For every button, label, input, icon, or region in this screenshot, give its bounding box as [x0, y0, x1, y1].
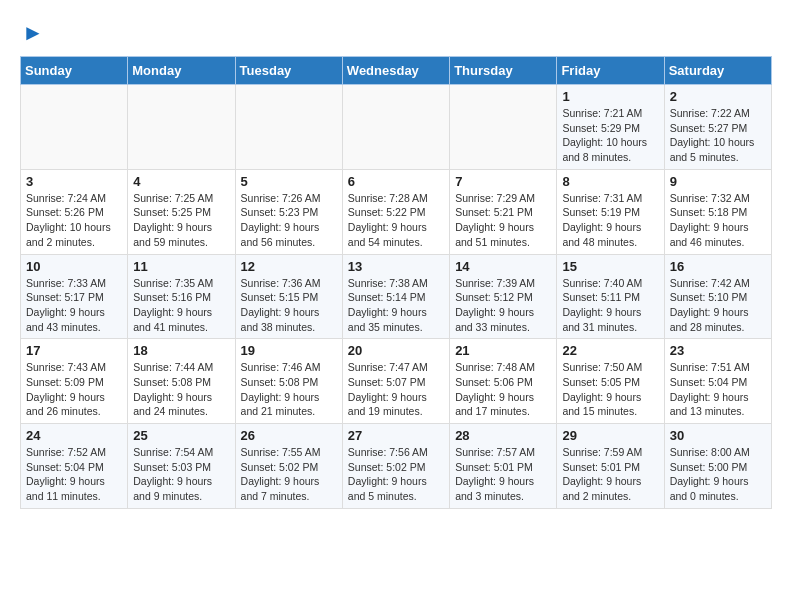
day-number: 5: [241, 174, 337, 189]
day-cell: 13Sunrise: 7:38 AM Sunset: 5:14 PM Dayli…: [342, 254, 449, 339]
day-info: Sunrise: 7:51 AM Sunset: 5:04 PM Dayligh…: [670, 360, 766, 419]
logo: ►: [20, 20, 44, 46]
day-cell: 18Sunrise: 7:44 AM Sunset: 5:08 PM Dayli…: [128, 339, 235, 424]
day-number: 21: [455, 343, 551, 358]
day-number: 13: [348, 259, 444, 274]
day-number: 25: [133, 428, 229, 443]
day-cell: 23Sunrise: 7:51 AM Sunset: 5:04 PM Dayli…: [664, 339, 771, 424]
day-number: 9: [670, 174, 766, 189]
day-number: 24: [26, 428, 122, 443]
week-row-1: 1Sunrise: 7:21 AM Sunset: 5:29 PM Daylig…: [21, 85, 772, 170]
day-info: Sunrise: 7:24 AM Sunset: 5:26 PM Dayligh…: [26, 191, 122, 250]
day-cell: 10Sunrise: 7:33 AM Sunset: 5:17 PM Dayli…: [21, 254, 128, 339]
day-number: 27: [348, 428, 444, 443]
day-header-thursday: Thursday: [450, 57, 557, 85]
day-cell: 1Sunrise: 7:21 AM Sunset: 5:29 PM Daylig…: [557, 85, 664, 170]
day-number: 30: [670, 428, 766, 443]
week-row-2: 3Sunrise: 7:24 AM Sunset: 5:26 PM Daylig…: [21, 169, 772, 254]
calendar-table: SundayMondayTuesdayWednesdayThursdayFrid…: [20, 56, 772, 509]
day-info: Sunrise: 7:33 AM Sunset: 5:17 PM Dayligh…: [26, 276, 122, 335]
day-header-wednesday: Wednesday: [342, 57, 449, 85]
day-info: Sunrise: 7:57 AM Sunset: 5:01 PM Dayligh…: [455, 445, 551, 504]
day-cell: 4Sunrise: 7:25 AM Sunset: 5:25 PM Daylig…: [128, 169, 235, 254]
day-cell: 3Sunrise: 7:24 AM Sunset: 5:26 PM Daylig…: [21, 169, 128, 254]
day-cell: 30Sunrise: 8:00 AM Sunset: 5:00 PM Dayli…: [664, 424, 771, 509]
day-cell: 16Sunrise: 7:42 AM Sunset: 5:10 PM Dayli…: [664, 254, 771, 339]
day-info: Sunrise: 7:59 AM Sunset: 5:01 PM Dayligh…: [562, 445, 658, 504]
day-cell: 8Sunrise: 7:31 AM Sunset: 5:19 PM Daylig…: [557, 169, 664, 254]
day-info: Sunrise: 7:36 AM Sunset: 5:15 PM Dayligh…: [241, 276, 337, 335]
week-row-5: 24Sunrise: 7:52 AM Sunset: 5:04 PM Dayli…: [21, 424, 772, 509]
day-cell: 27Sunrise: 7:56 AM Sunset: 5:02 PM Dayli…: [342, 424, 449, 509]
day-cell: 24Sunrise: 7:52 AM Sunset: 5:04 PM Dayli…: [21, 424, 128, 509]
day-cell: 19Sunrise: 7:46 AM Sunset: 5:08 PM Dayli…: [235, 339, 342, 424]
day-cell: 14Sunrise: 7:39 AM Sunset: 5:12 PM Dayli…: [450, 254, 557, 339]
day-cell: [21, 85, 128, 170]
day-cell: [342, 85, 449, 170]
day-header-saturday: Saturday: [664, 57, 771, 85]
week-row-3: 10Sunrise: 7:33 AM Sunset: 5:17 PM Dayli…: [21, 254, 772, 339]
header-row: SundayMondayTuesdayWednesdayThursdayFrid…: [21, 57, 772, 85]
page-header: ►: [20, 20, 772, 46]
day-info: Sunrise: 7:38 AM Sunset: 5:14 PM Dayligh…: [348, 276, 444, 335]
week-row-4: 17Sunrise: 7:43 AM Sunset: 5:09 PM Dayli…: [21, 339, 772, 424]
day-info: Sunrise: 7:46 AM Sunset: 5:08 PM Dayligh…: [241, 360, 337, 419]
day-number: 10: [26, 259, 122, 274]
day-cell: 2Sunrise: 7:22 AM Sunset: 5:27 PM Daylig…: [664, 85, 771, 170]
day-info: Sunrise: 7:40 AM Sunset: 5:11 PM Dayligh…: [562, 276, 658, 335]
day-cell: 26Sunrise: 7:55 AM Sunset: 5:02 PM Dayli…: [235, 424, 342, 509]
day-number: 22: [562, 343, 658, 358]
day-info: Sunrise: 7:54 AM Sunset: 5:03 PM Dayligh…: [133, 445, 229, 504]
day-cell: [450, 85, 557, 170]
day-header-friday: Friday: [557, 57, 664, 85]
day-info: Sunrise: 8:00 AM Sunset: 5:00 PM Dayligh…: [670, 445, 766, 504]
day-number: 23: [670, 343, 766, 358]
day-info: Sunrise: 7:35 AM Sunset: 5:16 PM Dayligh…: [133, 276, 229, 335]
day-info: Sunrise: 7:25 AM Sunset: 5:25 PM Dayligh…: [133, 191, 229, 250]
logo-bird-icon: ►: [22, 20, 44, 46]
day-cell: 28Sunrise: 7:57 AM Sunset: 5:01 PM Dayli…: [450, 424, 557, 509]
day-cell: [128, 85, 235, 170]
day-number: 7: [455, 174, 551, 189]
day-number: 6: [348, 174, 444, 189]
day-number: 14: [455, 259, 551, 274]
day-number: 17: [26, 343, 122, 358]
day-info: Sunrise: 7:26 AM Sunset: 5:23 PM Dayligh…: [241, 191, 337, 250]
day-number: 2: [670, 89, 766, 104]
day-number: 11: [133, 259, 229, 274]
day-cell: 25Sunrise: 7:54 AM Sunset: 5:03 PM Dayli…: [128, 424, 235, 509]
day-cell: 22Sunrise: 7:50 AM Sunset: 5:05 PM Dayli…: [557, 339, 664, 424]
day-cell: 12Sunrise: 7:36 AM Sunset: 5:15 PM Dayli…: [235, 254, 342, 339]
day-info: Sunrise: 7:21 AM Sunset: 5:29 PM Dayligh…: [562, 106, 658, 165]
day-info: Sunrise: 7:52 AM Sunset: 5:04 PM Dayligh…: [26, 445, 122, 504]
day-cell: 20Sunrise: 7:47 AM Sunset: 5:07 PM Dayli…: [342, 339, 449, 424]
day-info: Sunrise: 7:31 AM Sunset: 5:19 PM Dayligh…: [562, 191, 658, 250]
day-info: Sunrise: 7:32 AM Sunset: 5:18 PM Dayligh…: [670, 191, 766, 250]
day-cell: 29Sunrise: 7:59 AM Sunset: 5:01 PM Dayli…: [557, 424, 664, 509]
day-number: 28: [455, 428, 551, 443]
day-header-monday: Monday: [128, 57, 235, 85]
day-cell: 7Sunrise: 7:29 AM Sunset: 5:21 PM Daylig…: [450, 169, 557, 254]
day-cell: 17Sunrise: 7:43 AM Sunset: 5:09 PM Dayli…: [21, 339, 128, 424]
day-cell: 11Sunrise: 7:35 AM Sunset: 5:16 PM Dayli…: [128, 254, 235, 339]
day-info: Sunrise: 7:22 AM Sunset: 5:27 PM Dayligh…: [670, 106, 766, 165]
day-cell: 6Sunrise: 7:28 AM Sunset: 5:22 PM Daylig…: [342, 169, 449, 254]
day-number: 20: [348, 343, 444, 358]
day-cell: 15Sunrise: 7:40 AM Sunset: 5:11 PM Dayli…: [557, 254, 664, 339]
day-info: Sunrise: 7:44 AM Sunset: 5:08 PM Dayligh…: [133, 360, 229, 419]
day-header-tuesday: Tuesday: [235, 57, 342, 85]
day-info: Sunrise: 7:48 AM Sunset: 5:06 PM Dayligh…: [455, 360, 551, 419]
day-info: Sunrise: 7:50 AM Sunset: 5:05 PM Dayligh…: [562, 360, 658, 419]
day-number: 3: [26, 174, 122, 189]
day-number: 8: [562, 174, 658, 189]
day-info: Sunrise: 7:47 AM Sunset: 5:07 PM Dayligh…: [348, 360, 444, 419]
day-info: Sunrise: 7:56 AM Sunset: 5:02 PM Dayligh…: [348, 445, 444, 504]
day-number: 26: [241, 428, 337, 443]
day-number: 12: [241, 259, 337, 274]
day-info: Sunrise: 7:43 AM Sunset: 5:09 PM Dayligh…: [26, 360, 122, 419]
day-info: Sunrise: 7:28 AM Sunset: 5:22 PM Dayligh…: [348, 191, 444, 250]
day-number: 19: [241, 343, 337, 358]
day-cell: 9Sunrise: 7:32 AM Sunset: 5:18 PM Daylig…: [664, 169, 771, 254]
day-cell: [235, 85, 342, 170]
day-cell: 21Sunrise: 7:48 AM Sunset: 5:06 PM Dayli…: [450, 339, 557, 424]
